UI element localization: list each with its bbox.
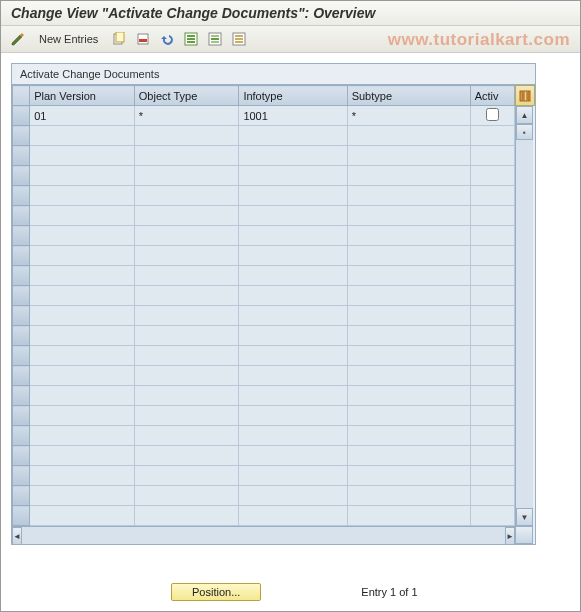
scroll-right-button[interactable]: ► bbox=[505, 527, 515, 545]
cell-empty[interactable] bbox=[30, 126, 135, 146]
cell-empty[interactable] bbox=[239, 506, 347, 526]
cell-empty[interactable] bbox=[470, 506, 514, 526]
cell-empty[interactable] bbox=[134, 346, 239, 366]
col-subtype[interactable]: Subtype bbox=[347, 86, 470, 106]
row-selector[interactable] bbox=[13, 126, 30, 146]
cell-empty[interactable] bbox=[30, 266, 135, 286]
cell-empty[interactable] bbox=[30, 486, 135, 506]
cell-empty[interactable] bbox=[134, 466, 239, 486]
vscroll-track[interactable] bbox=[516, 140, 533, 508]
col-plan-version[interactable]: Plan Version bbox=[30, 86, 135, 106]
table-row-empty[interactable] bbox=[13, 366, 515, 386]
hscroll-track[interactable] bbox=[22, 527, 505, 544]
cell-empty[interactable] bbox=[134, 366, 239, 386]
cell-empty[interactable] bbox=[239, 486, 347, 506]
table-row-empty[interactable] bbox=[13, 286, 515, 306]
table-row-empty[interactable] bbox=[13, 386, 515, 406]
table-row-empty[interactable] bbox=[13, 346, 515, 366]
cell-empty[interactable] bbox=[134, 506, 239, 526]
row-selector[interactable] bbox=[13, 306, 30, 326]
cell-empty[interactable] bbox=[347, 186, 470, 206]
cell-empty[interactable] bbox=[239, 426, 347, 446]
scroll-left-button[interactable]: ◄ bbox=[12, 527, 22, 545]
cell-empty[interactable] bbox=[239, 386, 347, 406]
cell-active[interactable] bbox=[470, 106, 514, 126]
cell-empty[interactable] bbox=[347, 486, 470, 506]
row-selector[interactable] bbox=[13, 166, 30, 186]
horizontal-scrollbar[interactable]: ◄ ► bbox=[12, 526, 515, 544]
col-infotype[interactable]: Infotype bbox=[239, 86, 347, 106]
row-selector[interactable] bbox=[13, 486, 30, 506]
cell-empty[interactable] bbox=[30, 466, 135, 486]
cell-empty[interactable] bbox=[347, 206, 470, 226]
scroll-up-button[interactable]: ▲ bbox=[516, 106, 533, 124]
cell-empty[interactable] bbox=[30, 146, 135, 166]
cell-empty[interactable] bbox=[134, 326, 239, 346]
cell-empty[interactable] bbox=[134, 386, 239, 406]
cell-empty[interactable] bbox=[470, 186, 514, 206]
cell-empty[interactable] bbox=[470, 226, 514, 246]
cell-empty[interactable] bbox=[470, 286, 514, 306]
cell-subtype[interactable]: * bbox=[347, 106, 470, 126]
undo-change-icon[interactable] bbox=[158, 30, 176, 48]
cell-empty[interactable] bbox=[30, 406, 135, 426]
cell-empty[interactable] bbox=[347, 306, 470, 326]
new-entries-button[interactable]: New Entries bbox=[33, 31, 104, 47]
row-selector[interactable] bbox=[13, 286, 30, 306]
cell-empty[interactable] bbox=[134, 146, 239, 166]
cell-empty[interactable] bbox=[470, 466, 514, 486]
copy-as-icon[interactable] bbox=[110, 30, 128, 48]
cell-empty[interactable] bbox=[239, 466, 347, 486]
cell-empty[interactable] bbox=[239, 306, 347, 326]
cell-empty[interactable] bbox=[470, 346, 514, 366]
cell-empty[interactable] bbox=[134, 266, 239, 286]
cell-empty[interactable] bbox=[239, 326, 347, 346]
cell-empty[interactable] bbox=[347, 446, 470, 466]
vertical-scrollbar[interactable]: ▲ ▪ ▼ bbox=[515, 106, 533, 526]
cell-empty[interactable] bbox=[470, 386, 514, 406]
cell-empty[interactable] bbox=[30, 346, 135, 366]
cell-empty[interactable] bbox=[470, 166, 514, 186]
cell-empty[interactable] bbox=[30, 306, 135, 326]
configure-columns-button[interactable] bbox=[515, 85, 535, 106]
table-row-empty[interactable] bbox=[13, 406, 515, 426]
table-row-empty[interactable] bbox=[13, 146, 515, 166]
cell-empty[interactable] bbox=[347, 346, 470, 366]
cell-empty[interactable] bbox=[239, 166, 347, 186]
cell-empty[interactable] bbox=[239, 406, 347, 426]
active-checkbox[interactable] bbox=[486, 108, 499, 121]
table-row[interactable]: 01*1001* bbox=[13, 106, 515, 126]
row-selector[interactable] bbox=[13, 386, 30, 406]
cell-empty[interactable] bbox=[239, 346, 347, 366]
cell-empty[interactable] bbox=[239, 126, 347, 146]
cell-empty[interactable] bbox=[239, 286, 347, 306]
row-selector[interactable] bbox=[13, 226, 30, 246]
cell-empty[interactable] bbox=[134, 486, 239, 506]
cell-empty[interactable] bbox=[134, 446, 239, 466]
position-button[interactable]: Position... bbox=[171, 583, 261, 601]
cell-empty[interactable] bbox=[470, 266, 514, 286]
table-row-empty[interactable] bbox=[13, 266, 515, 286]
cell-empty[interactable] bbox=[30, 166, 135, 186]
cell-empty[interactable] bbox=[470, 406, 514, 426]
table-row-empty[interactable] bbox=[13, 446, 515, 466]
toggle-display-change-icon[interactable] bbox=[9, 30, 27, 48]
cell-empty[interactable] bbox=[239, 206, 347, 226]
table-row-empty[interactable] bbox=[13, 166, 515, 186]
cell-empty[interactable] bbox=[347, 146, 470, 166]
row-selector[interactable] bbox=[13, 206, 30, 226]
cell-plan-version[interactable]: 01 bbox=[30, 106, 135, 126]
cell-empty[interactable] bbox=[239, 246, 347, 266]
row-selector[interactable] bbox=[13, 446, 30, 466]
cell-empty[interactable] bbox=[134, 186, 239, 206]
cell-empty[interactable] bbox=[347, 366, 470, 386]
cell-empty[interactable] bbox=[470, 426, 514, 446]
cell-empty[interactable] bbox=[347, 426, 470, 446]
cell-empty[interactable] bbox=[30, 206, 135, 226]
table-row-empty[interactable] bbox=[13, 486, 515, 506]
cell-empty[interactable] bbox=[134, 306, 239, 326]
cell-infotype[interactable]: 1001 bbox=[239, 106, 347, 126]
cell-empty[interactable] bbox=[30, 326, 135, 346]
cell-empty[interactable] bbox=[470, 126, 514, 146]
cell-empty[interactable] bbox=[134, 286, 239, 306]
